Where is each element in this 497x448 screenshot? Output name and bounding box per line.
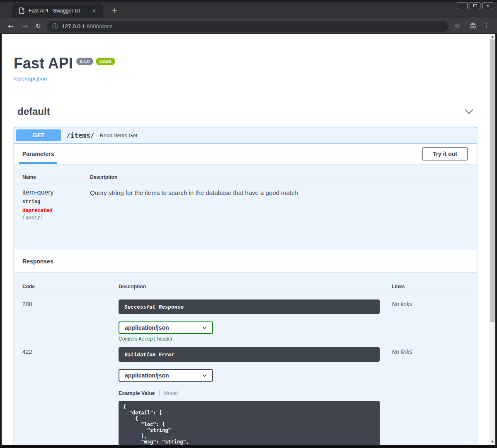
new-tab-button[interactable]: + — [109, 5, 120, 16]
parameter-name: item-query — [22, 189, 90, 196]
response-row-422: 422 Validation Error application/json Ex… — [22, 342, 468, 448]
example-json-block: { "detail": [ { "loc": [ "string" ], "ms… — [119, 401, 380, 448]
openapi-spec-link[interactable]: /openapi.json — [14, 75, 479, 82]
col-header-code: Code — [22, 284, 119, 290]
tab-parameters[interactable]: Parameters — [19, 144, 57, 164]
page-title: Fast API — [14, 55, 73, 72]
response-row-200: 200 Successful Response application/json… — [22, 294, 468, 342]
example-model-tabs: Example Value Model — [119, 390, 392, 396]
responses-table-head: Code Description Links — [22, 284, 468, 294]
tag-divider — [14, 123, 479, 123]
scroll-down-icon[interactable]: ▼ — [490, 439, 495, 445]
tag-section-header[interactable]: default — [14, 106, 479, 117]
parameter-row: item-query string deprecated (query) Que… — [22, 183, 468, 220]
parameters-table: Name Description item-query string depre… — [14, 164, 477, 250]
opblock-get-items: GET /items/ Read Items Get Parameters Tr… — [14, 127, 477, 448]
maximize-icon — [473, 4, 477, 7]
response-code: 200 — [22, 299, 119, 342]
url-host: 127.0.0.1 — [62, 23, 85, 29]
minimize-button[interactable]: – — [457, 2, 468, 9]
close-window-button[interactable]: ✕ — [482, 2, 493, 9]
media-type-value: application/json — [125, 372, 169, 379]
page-favicon-icon — [19, 7, 24, 14]
accept-header-note: Controls Accept header. — [119, 336, 392, 342]
browser-titlebar: Fast API - Swagger UI ✕ + – ✕ — [0, 0, 497, 18]
tag-name: default — [17, 106, 50, 117]
reload-button[interactable]: ↻ — [33, 21, 43, 31]
parameter-type: string — [22, 199, 90, 205]
col-header-links: Links — [392, 284, 468, 290]
browser-tab[interactable]: Fast API - Swagger UI ✕ — [12, 3, 103, 18]
window-border-right — [495, 34, 497, 448]
parameter-description: Query string for the items to search in … — [90, 189, 468, 220]
responses-title: Responses — [22, 258, 53, 265]
forward-button[interactable]: → — [20, 21, 30, 31]
col-header-name: Name — [22, 174, 90, 180]
tab-example-value[interactable]: Example Value — [119, 390, 155, 396]
http-method-badge: GET — [16, 129, 61, 141]
parameter-deprecated-flag: deprecated — [22, 207, 90, 213]
endpoint-summary: Read Items Get — [99, 132, 137, 139]
url-path: :8000/docs — [85, 23, 112, 29]
url-text: 127.0.0.1:8000/docs — [62, 23, 112, 29]
tab-separator — [159, 390, 160, 396]
media-type-select[interactable]: application/json — [119, 321, 213, 334]
parameters-header: Parameters Try it out — [14, 144, 477, 164]
try-it-out-button[interactable]: Try it out — [422, 147, 468, 161]
chevron-down-icon[interactable] — [465, 109, 473, 114]
swagger-page: Fast API0.1.0OAS3 /openapi.json default … — [2, 34, 491, 448]
bookmark-star-icon[interactable]: ☆ — [454, 22, 460, 30]
api-info: Fast API0.1.0OAS3 /openapi.json — [14, 55, 479, 82]
tab-title: Fast API - Swagger UI — [29, 8, 90, 14]
responses-header: Responses — [14, 250, 477, 272]
incognito-icon — [469, 22, 477, 29]
version-badge: 0.1.0 — [76, 58, 93, 65]
response-links: No links — [392, 299, 468, 342]
page-scrollbar[interactable]: ▲ ▼ — [490, 34, 495, 448]
window-controls: – ✕ — [457, 2, 493, 9]
response-links: No links — [392, 347, 468, 448]
response-code: 422 — [22, 347, 119, 448]
parameters-table-head: Name Description — [22, 174, 468, 183]
media-type-value: application/json — [125, 324, 169, 331]
scrollbar-thumb[interactable] — [490, 39, 495, 322]
endpoint-path: /items/ — [66, 131, 94, 139]
address-bar[interactable]: ⓘ 127.0.0.1:8000/docs — [46, 21, 449, 32]
response-description: Successful Response — [119, 299, 380, 314]
window-top-edge — [0, 0, 497, 2]
tab-model[interactable]: Model — [164, 390, 178, 396]
scroll-up-icon[interactable]: ▲ — [490, 34, 495, 39]
opblock-summary[interactable]: GET /items/ Read Items Get — [14, 127, 477, 144]
col-header-description: Description — [90, 174, 468, 180]
back-button[interactable]: ← — [6, 21, 16, 31]
responses-table: Code Description Links 200 Successful Re… — [14, 272, 477, 448]
media-type-select[interactable]: application/json — [119, 369, 213, 382]
maximize-button[interactable] — [470, 2, 480, 9]
parameters-label: Parameters — [22, 151, 54, 157]
col-header-description: Description — [119, 284, 392, 290]
response-description: Validation Error — [119, 347, 380, 362]
select-chevron-icon — [202, 374, 207, 377]
site-info-icon[interactable]: ⓘ — [52, 23, 58, 30]
select-chevron-icon — [202, 326, 207, 329]
window-border-bottom — [0, 445, 497, 448]
browser-toolbar: ← → ↻ ⓘ 127.0.0.1:8000/docs ☆ ⋮ — [0, 18, 497, 34]
tab-close-icon[interactable]: ✕ — [90, 7, 98, 15]
oas3-badge: OAS3 — [96, 58, 115, 65]
accept-code: Accept — [138, 336, 156, 342]
parameter-location: (query) — [22, 214, 90, 220]
browser-menu-icon[interactable]: ⋮ — [483, 22, 490, 29]
